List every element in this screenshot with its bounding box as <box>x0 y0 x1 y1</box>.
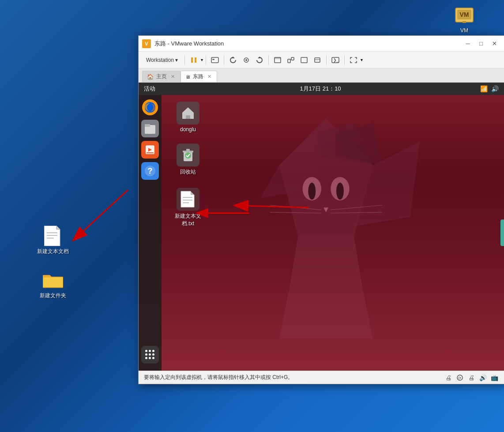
volume-icon: 🔊 <box>491 85 499 92</box>
tab-bar: 🏠 主页 ✕ 🖥 东路 ✕ <box>139 68 504 83</box>
svg-marker-61 <box>191 191 194 195</box>
home-icon-img <box>177 102 199 125</box>
ubuntu-home-icon[interactable]: donglu <box>170 102 206 133</box>
window-title: 东路 - VMware Workstation <box>154 40 462 48</box>
terminal-button[interactable]: ❯_ <box>329 54 342 66</box>
snapshot-manage[interactable] <box>253 54 266 66</box>
ubuntu-desktop-area: donglu 回收站 <box>162 95 504 371</box>
tab-donglu[interactable]: 🖥 东路 ✕ <box>181 71 217 82</box>
view-fullscreen-btn[interactable] <box>298 54 310 66</box>
svg-rect-15 <box>212 59 214 60</box>
win-folder-icon[interactable]: 新建文件夹 <box>35 269 71 299</box>
svg-text:❯_: ❯_ <box>333 58 339 63</box>
statusbar: 要将输入定向到该虚拟机，请将鼠标指针移入其中或按 Ctrl+G。 🖨 ⟳ 🖨 🔊… <box>139 371 504 384</box>
vmware-logo: V <box>142 39 151 48</box>
pause-dropdown[interactable]: ▾ <box>201 57 203 62</box>
vmware-window: V 东路 - VMware Workstation ─ □ ✕ Workstat… <box>138 35 504 384</box>
green-resize-handle[interactable] <box>500 220 504 246</box>
arrow-overlay <box>162 95 504 371</box>
svg-line-70 <box>73 190 128 241</box>
pause-button[interactable] <box>188 54 200 66</box>
toolbar-sep-5 <box>326 55 327 65</box>
svg-text:⟳: ⟳ <box>458 376 462 380</box>
svg-rect-25 <box>315 58 320 62</box>
svg-rect-52 <box>147 152 154 153</box>
view-normal[interactable] <box>271 54 284 66</box>
svg-rect-21 <box>275 57 281 59</box>
svg-point-18 <box>245 59 247 61</box>
toolbar-sep-1 <box>184 55 185 65</box>
datetime-display: 1月17日 21：10 <box>161 85 480 93</box>
svg-rect-22 <box>288 59 290 63</box>
windows-desktop: VM VM 新建文本文档 新建文件夹 <box>0 0 504 432</box>
network-icon: 📶 <box>480 85 488 92</box>
snapshot-take[interactable] <box>240 54 252 66</box>
win-folder-img <box>42 269 64 291</box>
svg-rect-9 <box>43 277 63 288</box>
statusbar-print-icon[interactable]: 🖨 <box>444 373 453 382</box>
vm-content: 活动 1月17日 21：10 📶 🔊 <box>139 83 504 371</box>
dock-show-apps[interactable] <box>141 346 159 364</box>
svg-rect-3 <box>463 21 466 23</box>
svg-rect-13 <box>195 57 196 63</box>
view-unity[interactable] <box>285 54 297 66</box>
view-guest[interactable] <box>311 54 323 66</box>
win-file-icon[interactable]: 新建文本文档 <box>35 225 71 254</box>
vm-icon-label: VM <box>460 27 468 34</box>
dropdown-arrow: ▾ <box>175 57 178 63</box>
svg-rect-56 <box>186 115 190 119</box>
fullscreen-dropdown[interactable]: ▾ <box>361 57 363 62</box>
win-txt-file-icon <box>42 225 64 246</box>
donglu-tab-label: 东路 <box>193 73 203 80</box>
toolbar-sep-3 <box>224 55 224 65</box>
dock-files[interactable] <box>141 120 159 137</box>
toolbar-sep-6 <box>344 55 345 65</box>
dock-help[interactable]: ? <box>141 162 159 180</box>
svg-rect-23 <box>291 57 294 60</box>
close-button[interactable]: ✕ <box>488 39 500 49</box>
svg-rect-14 <box>211 57 218 63</box>
home-tab-close[interactable]: ✕ <box>169 74 176 80</box>
fullscreen-toggle[interactable] <box>347 54 360 66</box>
send-ctrl-alt-del[interactable] <box>209 54 221 66</box>
win-file-label: 新建文本文档 <box>37 248 69 254</box>
svg-text:V: V <box>145 41 148 46</box>
snapshot-revert[interactable] <box>227 54 239 66</box>
statusbar-printer2-icon[interactable]: 🖨 <box>467 373 476 382</box>
topbar-indicators: 📶 🔊 <box>480 85 499 92</box>
statusbar-display-icon[interactable]: 📺 <box>490 373 499 382</box>
trash-icon-img <box>177 144 199 167</box>
window-controls: ─ □ ✕ <box>462 39 500 49</box>
apps-dots <box>145 350 155 360</box>
svg-rect-24 <box>301 57 307 63</box>
vm-desktop-icon[interactable]: VM VM <box>447 4 482 34</box>
dock-software-center[interactable] <box>141 141 159 159</box>
ubuntu-trash-icon[interactable]: 回收站 <box>170 144 206 176</box>
home-tab-icon: 🏠 <box>147 74 154 80</box>
toolbar-sep-4 <box>268 55 269 65</box>
gnome-dock: ? <box>139 95 162 371</box>
txtfile-icon-label: 新建文本文档.txt <box>170 212 206 227</box>
title-bar: V 东路 - VMware Workstation ─ □ ✕ <box>139 36 504 52</box>
ubuntu-txtfile-icon[interactable]: 新建文本文档.txt <box>170 188 206 227</box>
ubuntu-desktop: ? <box>139 95 504 371</box>
statusbar-audio-icon[interactable]: 🔊 <box>478 373 487 382</box>
home-tab-label: 主页 <box>156 73 167 80</box>
statusbar-usb-icon[interactable]: ⟳ <box>455 373 464 382</box>
ubuntu-topbar: 活动 1月17日 21：10 📶 🔊 <box>139 83 504 95</box>
dock-firefox[interactable] <box>141 99 159 116</box>
txtfile-icon-img <box>177 188 199 211</box>
statusbar-text: 要将输入定向到该虚拟机，请将鼠标指针移入其中或按 Ctrl+G。 <box>144 374 444 381</box>
donglu-tab-close[interactable]: ✕ <box>206 74 212 80</box>
trash-icon-label: 回收站 <box>180 168 196 176</box>
workstation-label: Workstation <box>146 57 174 63</box>
statusbar-icons: 🖨 ⟳ 🖨 🔊 📺 <box>444 373 499 382</box>
workstation-menu[interactable]: Workstation ▾ <box>142 54 182 66</box>
svg-text:?: ? <box>148 167 153 175</box>
activities-label[interactable]: 活动 <box>144 85 155 93</box>
minimize-button[interactable]: ─ <box>462 39 474 49</box>
vm-icon: VM <box>454 4 475 26</box>
tab-home[interactable]: 🏠 主页 ✕ <box>142 71 181 82</box>
maximize-button[interactable]: □ <box>475 39 487 49</box>
svg-marker-5 <box>56 226 60 229</box>
